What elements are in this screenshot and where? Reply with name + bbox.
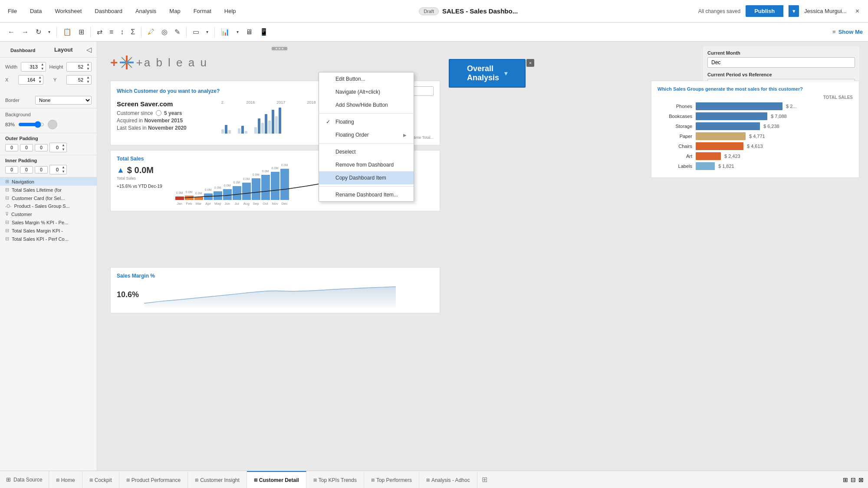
new-sheet-button[interactable]: 📋 xyxy=(60,26,74,38)
tab-top-performers[interactable]: ⊞ Top Performers xyxy=(364,471,419,488)
x-input[interactable]: 164 xyxy=(19,76,37,83)
inner-down[interactable]: ▼ xyxy=(60,170,66,174)
context-menu-floating-order[interactable]: Floating Order ▶ xyxy=(319,128,414,141)
menu-dashboard[interactable]: Dashboard xyxy=(92,6,125,16)
y-input[interactable]: 52 xyxy=(67,76,85,83)
menu-items: File Data Worksheet Dashboard Analysis M… xyxy=(5,6,239,16)
publish-button[interactable]: Publish xyxy=(746,5,783,17)
current-month-input[interactable] xyxy=(707,57,855,68)
x-up[interactable]: ▲ xyxy=(37,75,43,80)
outer-padding-left[interactable] xyxy=(50,144,60,151)
tab-kpis-icon: ⊞ xyxy=(313,478,317,482)
tab-top-kpis[interactable]: ⊞ Top KPIs Trends xyxy=(306,471,364,488)
y-up[interactable]: ▲ xyxy=(85,75,91,80)
menu-map[interactable]: Map xyxy=(167,6,183,16)
inner-padding-left[interactable] xyxy=(50,166,60,173)
nav-item-total-sales-kpi[interactable]: ⊟ Total Sales KPI - Perf Co... xyxy=(0,235,97,243)
inner-padding-bottom[interactable] xyxy=(35,166,48,174)
fit-button[interactable]: ▭ xyxy=(190,26,202,38)
user-name[interactable]: Jessica Murgui... xyxy=(804,8,847,14)
chart-type-button[interactable]: 📊 xyxy=(218,26,232,38)
forward-button[interactable]: → xyxy=(19,26,31,38)
tab-add-button[interactable]: ⊞ xyxy=(477,471,492,488)
menu-analysis[interactable]: Analysis xyxy=(133,6,159,16)
x-down[interactable]: ▼ xyxy=(37,80,43,84)
context-menu-deselect[interactable]: Deselect xyxy=(319,145,414,158)
duplicate-button[interactable]: ⊞ xyxy=(76,26,87,38)
redo-dropdown[interactable]: ▾ xyxy=(46,28,53,36)
outer-padding-top[interactable] xyxy=(5,144,18,151)
menu-format[interactable]: Format xyxy=(191,6,214,16)
height-down[interactable]: ▼ xyxy=(85,67,91,71)
swap-button[interactable]: ⇄ xyxy=(94,26,105,38)
fit-dropdown[interactable]: ▾ xyxy=(204,28,211,36)
handle-grip[interactable] xyxy=(272,47,287,50)
tooltip-button[interactable]: ◎ xyxy=(159,26,170,38)
sum-button[interactable]: Σ xyxy=(128,26,138,38)
menu-worksheet[interactable]: Worksheet xyxy=(52,6,84,16)
bg-slider[interactable] xyxy=(18,121,44,128)
height-up[interactable]: ▲ xyxy=(85,62,91,67)
collapse-button[interactable]: ◁ xyxy=(86,46,92,54)
tab-customer-insight[interactable]: ⊞ Customer Insight xyxy=(188,471,247,488)
nav-item-sales-margin[interactable]: ⊟ Sales Margin % KPI - Pe... xyxy=(0,218,97,226)
nav-item-total-margin[interactable]: ⊟ Total Sales Margin KPI - xyxy=(0,226,97,235)
context-menu-rename[interactable]: Rename Dashboard Item... xyxy=(319,188,414,201)
tab-device-icon[interactable]: ⊠ xyxy=(858,476,864,483)
tab-cockpit[interactable]: ⊞ Cockpit xyxy=(82,471,119,488)
tab-grid-icon[interactable]: ⊞ xyxy=(843,476,848,483)
width-up[interactable]: ▲ xyxy=(39,62,46,67)
show-me-button[interactable]: ≡ Show Me xyxy=(832,29,863,35)
context-menu-navigate[interactable]: Navigate (Alt+click) xyxy=(319,85,414,98)
nav-item-product-sales[interactable]: -O- Product - Sales Group S... xyxy=(0,202,97,210)
outer-padding-bottom[interactable] xyxy=(35,144,48,151)
bar-dec-bar xyxy=(280,169,289,200)
outer-down[interactable]: ▼ xyxy=(60,147,66,152)
redo-button[interactable]: ↻ xyxy=(33,26,44,38)
view-button[interactable]: 🖥 xyxy=(243,26,255,38)
width-input[interactable]: 313 xyxy=(21,63,39,70)
inner-padding-top[interactable] xyxy=(5,166,18,174)
nav-item-customer[interactable]: ⊽ Customer xyxy=(0,210,97,218)
height-input[interactable]: 52 xyxy=(67,63,85,70)
tab-product-performance[interactable]: ⊞ Product Performance xyxy=(119,471,188,488)
context-menu-edit-button[interactable]: Edit Button... xyxy=(319,72,414,85)
tab-duplicate-icon[interactable]: ⊟ xyxy=(851,476,856,483)
nav-item-navigation[interactable]: ⊞ Navigation xyxy=(0,177,97,186)
inner-padding-right[interactable] xyxy=(20,166,33,174)
annotate-button[interactable]: ✎ xyxy=(172,26,183,38)
bg-color-picker[interactable] xyxy=(48,120,57,129)
tab-customer-detail[interactable]: ⊞ Customer Detail xyxy=(247,471,306,488)
overall-analysis-button[interactable]: Overall Analysis ▾ × xyxy=(449,59,526,88)
nav-item-total-sales[interactable]: ⊟ Total Sales Lifetime (for xyxy=(0,186,97,194)
bg-controls: 83% xyxy=(5,120,92,129)
layout-label[interactable]: Layout xyxy=(54,46,73,53)
nav-item-customer-card[interactable]: ⊟ Customer Card (for Sel... xyxy=(0,194,97,202)
y-down[interactable]: ▼ xyxy=(85,80,91,84)
context-menu-copy[interactable]: Copy Dashboard Item xyxy=(319,171,414,184)
outer-padding-right[interactable] xyxy=(20,144,33,151)
outer-up[interactable]: ▲ xyxy=(60,143,66,147)
menu-data[interactable]: Data xyxy=(27,6,44,16)
border-select[interactable]: None xyxy=(35,96,92,105)
publish-dropdown-button[interactable]: ▾ xyxy=(789,5,799,17)
chart-dropdown[interactable]: ▾ xyxy=(234,28,241,36)
context-menu-add-show-hide[interactable]: Add Show/Hide Button xyxy=(319,98,414,111)
inner-up[interactable]: ▲ xyxy=(60,165,66,170)
highlight-button[interactable]: 🖍 xyxy=(145,26,157,38)
back-button[interactable]: ← xyxy=(5,26,17,38)
sort-button[interactable]: ↕ xyxy=(118,26,126,38)
width-down[interactable]: ▼ xyxy=(39,67,46,71)
group-button[interactable]: ≡ xyxy=(107,26,116,38)
menu-help[interactable]: Help xyxy=(222,6,239,16)
context-menu-remove[interactable]: Remove from Dashboard xyxy=(319,158,414,171)
close-button[interactable]: × xyxy=(852,6,863,17)
context-menu-floating[interactable]: ✓ Floating xyxy=(319,115,414,128)
data-source-tab[interactable]: ⊞ Data Source xyxy=(0,471,49,488)
tab-adhoc-icon: ⊞ xyxy=(426,478,430,482)
device-button[interactable]: 📱 xyxy=(257,26,271,38)
menu-file[interactable]: File xyxy=(5,6,20,16)
tab-analysis-adhoc[interactable]: ⊞ Analysis - Adhoc xyxy=(419,471,477,488)
tab-home[interactable]: ⊞ Home xyxy=(49,471,82,488)
overall-analysis-close-button[interactable]: × xyxy=(526,59,534,67)
